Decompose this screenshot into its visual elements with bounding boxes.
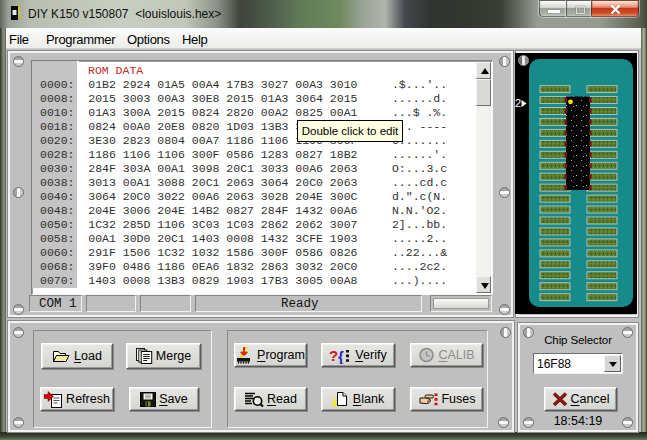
svg-text:2: 2 <box>515 97 521 109</box>
svg-text:?: ? <box>329 347 338 364</box>
svg-text:{: { <box>338 347 344 364</box>
